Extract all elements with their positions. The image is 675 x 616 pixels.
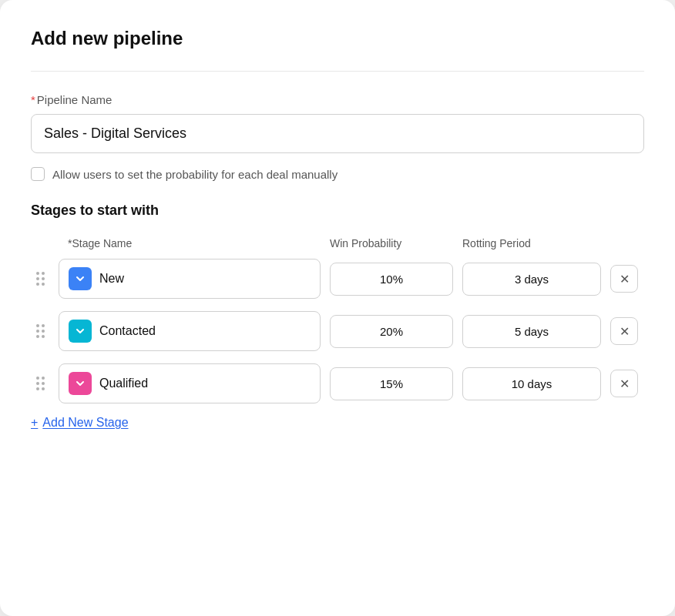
delete-stage-1[interactable]: ✕	[610, 265, 638, 293]
add-stage-label: Add New Stage	[42, 416, 128, 430]
manual-probability-row: Allow users to set the probability for e…	[31, 167, 644, 181]
col-rotting-period: Rotting Period	[462, 237, 601, 249]
stage-row-1: ✕	[31, 259, 644, 299]
stages-title: Stages to start with	[31, 203, 644, 219]
manual-probability-label: Allow users to set the probability for e…	[52, 168, 338, 181]
stage-icon-1[interactable]	[69, 267, 92, 290]
delete-stage-2[interactable]: ✕	[610, 317, 638, 345]
stage-name-input-2[interactable]	[99, 324, 311, 338]
probability-input-1[interactable]	[330, 263, 453, 296]
stage-name-input-3[interactable]	[99, 377, 311, 390]
rotting-input-1[interactable]	[462, 263, 601, 296]
drag-handle-1[interactable]	[31, 269, 49, 289]
stage-row-3: ✕	[31, 363, 644, 403]
drag-handle-2[interactable]	[31, 321, 49, 341]
manual-probability-checkbox[interactable]	[31, 167, 45, 181]
stage-name-field-3	[59, 363, 321, 403]
required-star: *	[31, 93, 35, 106]
probability-input-2[interactable]	[330, 315, 453, 348]
rotting-input-2[interactable]	[462, 315, 601, 348]
rotting-input-3[interactable]	[462, 367, 601, 400]
stage-icon-2[interactable]	[69, 320, 92, 343]
stage-name-input-1[interactable]	[99, 272, 311, 286]
probability-input-3[interactable]	[330, 367, 453, 400]
stage-row-2: ✕	[31, 311, 644, 351]
add-pipeline-modal: Add new pipeline *Pipeline Name Allow us…	[0, 0, 675, 616]
col-win-probability: Win Probability	[330, 237, 453, 249]
pipeline-name-label: *Pipeline Name	[31, 93, 644, 106]
drag-handle-3[interactable]	[31, 373, 49, 393]
modal-title: Add new pipeline	[31, 28, 644, 49]
divider	[31, 71, 644, 72]
pipeline-name-input[interactable]	[31, 114, 644, 153]
stage-name-field-2	[59, 311, 321, 351]
col-stage-name: *Stage Name	[62, 237, 321, 249]
stages-column-headers: *Stage Name Win Probability Rotting Peri…	[31, 237, 644, 249]
add-new-stage-button[interactable]: + Add New Stage	[31, 416, 129, 430]
stage-icon-3[interactable]	[69, 372, 92, 395]
plus-icon: +	[31, 416, 38, 430]
stage-name-field-1	[59, 259, 321, 299]
delete-stage-3[interactable]: ✕	[610, 370, 638, 397]
